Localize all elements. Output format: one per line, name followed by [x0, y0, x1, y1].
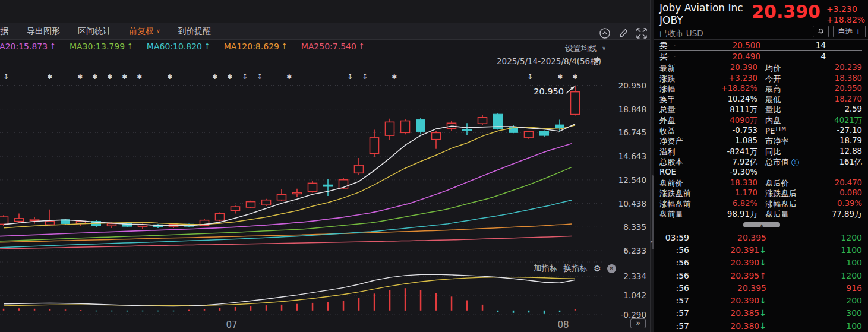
quote-stat-row: 盘前价18.330盘后价20.470: [659, 178, 862, 189]
stat-label: 收益: [659, 126, 675, 137]
quote-stat-row: 收益-0.753PETTM-27.10: [659, 126, 862, 137]
trade-volume: 100: [766, 321, 862, 331]
stat-value: 10.24%: [694, 94, 757, 103]
stat-value: +3.230: [694, 74, 757, 83]
event-markers[interactable]: ↕✱✱✱✱✱✱✱✱✱↕↕✱↕↕✱↕✱✱: [3, 72, 577, 81]
pane-splitter[interactable]: ▸: [650, 0, 654, 332]
quote-panel: Joby Aviation Inc JOBY 20.390 +3.230 +18…: [654, 0, 868, 332]
price-alert-button[interactable]: [813, 26, 829, 37]
quote-stat-row: 总量8111万量比2.59: [659, 105, 862, 115]
stat-value: 4021万: [807, 115, 862, 126]
watchlist-label: 自选 +: [834, 27, 865, 37]
order-book-label: 卖一: [659, 40, 676, 51]
quote-stat-row: 涨幅+18.82%最高20.950: [659, 84, 862, 94]
down-arrow-icon: ↓: [759, 258, 766, 267]
trade-price: 20.395: [689, 233, 766, 242]
stat-label: 最高: [765, 84, 781, 94]
svg-text:✱: ✱: [93, 73, 98, 80]
stat-label: 总量: [659, 105, 675, 115]
stat-label: ROE: [659, 167, 676, 176]
sub-chart-y-label: -0.290: [607, 310, 646, 320]
quote-stat-row: 涨幅盘前6.82%涨幅盘后0.39%: [659, 199, 862, 210]
order-book-count: 14: [766, 40, 826, 50]
quote-stat-row: ROE-9.30%: [659, 167, 862, 178]
stat-value: 20.390: [694, 63, 757, 72]
stat-label: 最新: [659, 63, 675, 74]
x-axis-label: 07: [220, 320, 244, 330]
trade-row: 03:5920.3951200: [659, 231, 862, 244]
price-change-percent: +18.82%: [826, 15, 865, 24]
switch-indicator-button[interactable]: 换指标: [564, 263, 588, 274]
stat-value: 18.270: [807, 94, 862, 103]
stat-label: PETTM: [765, 126, 786, 135]
y-axis-label: 12.540: [607, 175, 646, 185]
chevron-down-icon[interactable]: ▼: [865, 26, 868, 37]
quote-stat-row: 换手10.24%最低18.270: [659, 94, 862, 105]
info-icon[interactable]: !: [791, 159, 799, 166]
gear-icon[interactable]: ⚙: [594, 264, 601, 273]
trade-row: :5620.395↑1200: [659, 269, 862, 282]
trade-volume: 300: [766, 308, 862, 318]
ma-lines: [0, 124, 575, 249]
stat-value: 98.91万: [694, 209, 757, 220]
stat-value: 2.59: [807, 105, 862, 113]
chart-pane: 数据导出图形区间统计前复权∨到价提醒 MA2: [0, 0, 650, 332]
sub-chart-y-label: 1.042: [607, 290, 646, 300]
down-arrow-icon: ↓: [759, 321, 766, 331]
svg-text:✱: ✱: [78, 73, 83, 80]
add-indicator-button[interactable]: 加指标: [534, 263, 558, 274]
currency-label: USD: [686, 29, 703, 38]
trade-time: 03:59: [659, 233, 689, 242]
splitter-arrow-icon[interactable]: ▸: [651, 239, 653, 244]
stat-label: 涨幅: [659, 84, 675, 94]
svg-text:✱: ✱: [287, 73, 292, 80]
stat-value: 1.170: [694, 188, 757, 197]
stat-value: +18.82%: [694, 84, 757, 93]
svg-text:✱: ✱: [573, 73, 578, 80]
stat-label: 净资产: [659, 136, 683, 147]
order-book-row[interactable]: 买一20.4904: [659, 52, 862, 62]
stat-label: 均价: [765, 63, 781, 74]
stat-label: 涨幅盘前: [659, 199, 691, 210]
stat-label: 外盘: [659, 115, 675, 126]
order-book-label: 买一: [659, 52, 676, 62]
stat-label: 量比: [765, 105, 781, 115]
quote-stat-row: 外盘4090万内盘4021万: [659, 115, 862, 126]
candlestick-chart[interactable]: ↕✱✱✱✱✱✱✱✱✱↕↕✱↕↕✱↕✱✱: [0, 0, 650, 332]
trade-volume: 200: [766, 296, 862, 305]
up-arrow-icon: ↑: [759, 271, 766, 280]
stat-value: -27.10: [807, 126, 862, 135]
svg-text:✱: ✱: [558, 73, 563, 80]
trade-row: :5620.390↓100: [659, 257, 862, 269]
stat-value: 1.085: [694, 136, 757, 145]
stat-label: 同比: [765, 147, 781, 157]
order-book-row[interactable]: 卖一20.50014: [659, 40, 862, 51]
trade-row: :5620.391↓1100: [659, 244, 862, 256]
high-price-annotation: 20.950: [526, 87, 564, 96]
scroll-right-button[interactable]: »: [630, 318, 646, 328]
y-axis-label: 20.950: [607, 81, 646, 90]
quote-stats: 最新20.390均价20.239涨跌+3.230今开18.380涨幅+18.82…: [659, 63, 862, 220]
plot-right-border: [605, 71, 605, 317]
svg-text:✱: ✱: [392, 73, 397, 80]
gridlines: [0, 86, 605, 315]
watchlist-button[interactable]: 自选 + ▼: [833, 26, 868, 37]
svg-text:✱: ✱: [137, 73, 143, 80]
svg-text:↕: ↕: [527, 72, 533, 81]
stat-value: 0.39%: [807, 199, 862, 208]
candles[interactable]: [0, 86, 580, 229]
stat-label: 涨幅盘后: [765, 199, 797, 210]
quote-stat-row: 涨跌+3.230今开18.380: [659, 74, 862, 84]
trading-app-window: 数据导出图形区间统计前复权∨到价提醒 MA2: [0, 0, 868, 332]
trade-time: :56: [659, 245, 689, 255]
trade-volume: 1200: [766, 233, 862, 242]
stat-value: 20.950: [807, 84, 862, 93]
trade-volume: 100: [766, 258, 862, 267]
collapse-handle[interactable]: ▲: [743, 222, 780, 227]
stat-value: 161亿: [807, 157, 862, 167]
y-axis-label: 6.233: [607, 246, 646, 255]
trade-volume: 1200: [766, 271, 862, 280]
svg-text:✱: ✱: [228, 73, 233, 80]
trade-time: :57: [659, 308, 689, 318]
down-arrow-icon: ↓: [759, 296, 766, 305]
